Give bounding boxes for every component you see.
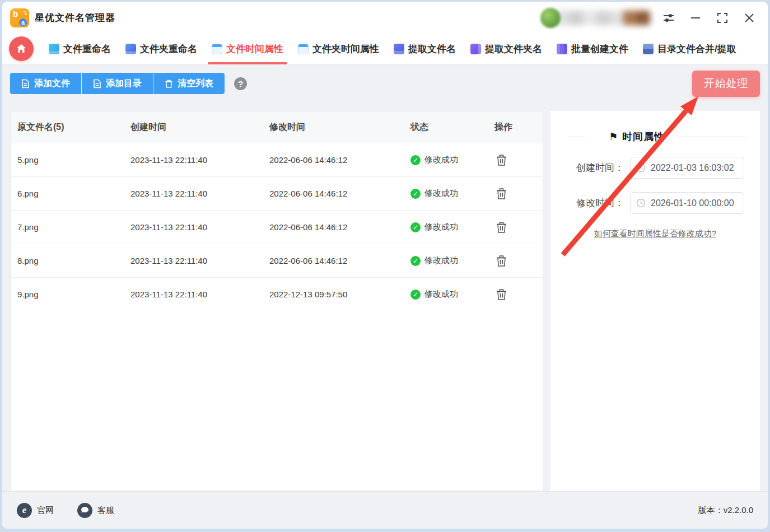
merge-extract-icon <box>643 44 654 54</box>
titlebar: b↷a 星优文件名管理器 <box>2 2 768 34</box>
tab-file-rename[interactable]: 文件重命名 <box>41 34 118 64</box>
success-check-icon <box>410 155 421 165</box>
status-badge: 修改成功 <box>410 222 494 232</box>
app-title: 星优文件名管理器 <box>35 11 115 24</box>
trash-icon <box>165 79 173 88</box>
table-row: 6.png 2023-11-13 22:11:40 2022-06-06 14:… <box>11 176 543 210</box>
col-modified: 修改时间 <box>269 122 410 133</box>
trash-icon <box>496 254 507 267</box>
tab-folder-rename[interactable]: 文件夹重命名 <box>118 34 204 64</box>
panel-title-row: ⚑ 时间属性 <box>562 130 749 143</box>
extract-folder-icon <box>470 44 481 54</box>
how-to-verify-link[interactable]: 如何查看时间属性是否修改成功? <box>562 228 749 239</box>
maximize-button[interactable] <box>714 10 731 26</box>
start-processing-button[interactable]: 开始处理 <box>692 71 760 97</box>
col-original-name: 原文件名(5) <box>17 122 130 133</box>
footer: e 官网 客服 版本：v2.2.0.0 <box>2 491 768 529</box>
status-badge: 修改成功 <box>410 289 494 300</box>
file-icon <box>21 79 30 88</box>
file-icon <box>93 79 101 88</box>
tab-folder-time-attrs[interactable]: 文件夹时间属性 <box>291 34 386 64</box>
tab-extract-filename[interactable]: 提取文件名 <box>386 34 463 64</box>
modified-time-input[interactable]: 2026-01-10 00:00:00 <box>630 192 744 214</box>
customer-service-link[interactable]: 客服 <box>77 503 114 518</box>
trash-icon <box>496 288 507 301</box>
chat-icon <box>77 503 92 518</box>
clear-list-button[interactable]: 清空列表 <box>153 73 225 94</box>
delete-row-button[interactable] <box>494 152 510 167</box>
folder-rename-icon <box>125 44 136 54</box>
minimize-button[interactable] <box>687 10 704 26</box>
created-time-label: 创建时间： <box>576 161 630 174</box>
success-check-icon <box>410 290 421 300</box>
tab-bar: 文件重命名 文件夹重命名 文件时间属性 文件夹时间属性 提取文件名 <box>2 34 768 64</box>
official-site-link[interactable]: e 官网 <box>17 503 54 518</box>
user-name-redacted <box>556 11 650 25</box>
flag-icon: ⚑ <box>609 130 618 143</box>
delete-row-button[interactable] <box>494 287 510 302</box>
tab-list: 文件重命名 文件夹重命名 文件时间属性 文件夹时间属性 提取文件名 <box>41 34 761 64</box>
user-avatar[interactable] <box>540 8 561 28</box>
trash-icon <box>496 221 507 234</box>
panel-title: 时间属性 <box>622 130 665 143</box>
col-created: 创建时间 <box>130 122 269 133</box>
content-area: 添加文件 添加目录 清空列表 ? <box>2 64 768 491</box>
calendar-icon <box>298 44 309 54</box>
browser-icon: e <box>17 503 32 518</box>
delete-row-button[interactable] <box>494 220 510 235</box>
tab-merge-extract[interactable]: 目录文件合并/提取 <box>636 34 744 64</box>
close-button[interactable] <box>741 10 758 26</box>
help-icon[interactable]: ? <box>234 77 247 90</box>
file-table: 原文件名(5) 创建时间 修改时间 状态 操作 5.png 2023-11-13… <box>10 111 543 491</box>
add-file-button[interactable]: 添加文件 <box>10 73 82 94</box>
table-row: 7.png 2023-11-13 22:11:40 2022-06-06 14:… <box>11 210 543 244</box>
desktop-background: b↷a 星优文件名管理器 <box>0 0 770 532</box>
success-check-icon <box>410 256 421 266</box>
col-status: 状态 <box>410 122 494 133</box>
extract-file-icon <box>394 44 404 54</box>
col-action: 操作 <box>494 122 536 133</box>
table-header-row: 原文件名(5) 创建时间 修改时间 状态 操作 <box>11 111 543 143</box>
batch-create-icon <box>557 44 567 54</box>
app-logo-icon: b↷a <box>10 8 29 27</box>
tab-extract-foldername[interactable]: 提取文件夹名 <box>463 34 549 64</box>
status-badge: 修改成功 <box>410 155 494 165</box>
created-time-input[interactable]: 2022-01-03 16:03:02 <box>630 157 744 179</box>
version-label: 版本：v2.2.0.0 <box>698 505 753 516</box>
modified-time-label: 修改时间： <box>576 197 630 209</box>
clock-icon <box>636 198 646 208</box>
trash-icon <box>496 153 507 166</box>
time-attributes-panel: ⚑ 时间属性 创建时间： 2022-01-03 16:03:02 <box>550 111 760 491</box>
status-badge: 修改成功 <box>410 255 494 266</box>
table-row: 9.png 2023-11-13 22:11:40 2022-12-13 09:… <box>11 277 543 311</box>
clock-icon <box>636 163 646 172</box>
calendar-icon <box>212 44 222 54</box>
trash-icon <box>496 187 507 200</box>
delete-row-button[interactable] <box>494 186 510 201</box>
add-directory-button[interactable]: 添加目录 <box>82 73 153 94</box>
delete-row-button[interactable] <box>494 253 510 268</box>
file-rename-icon <box>49 44 59 54</box>
success-check-icon <box>410 222 421 232</box>
success-check-icon <box>410 189 421 199</box>
app-window: b↷a 星优文件名管理器 <box>2 2 768 529</box>
settings-icon[interactable] <box>660 10 677 26</box>
table-row: 5.png 2023-11-13 22:11:40 2022-06-06 14:… <box>11 143 543 176</box>
toolbar: 添加文件 添加目录 清空列表 ? <box>10 71 760 96</box>
tab-file-time-attrs[interactable]: 文件时间属性 <box>204 34 291 64</box>
table-row: 8.png 2023-11-13 22:11:40 2022-06-06 14:… <box>11 244 543 277</box>
status-badge: 修改成功 <box>410 188 494 199</box>
tab-batch-create[interactable]: 批量创建文件 <box>549 34 636 64</box>
home-button[interactable] <box>9 36 34 61</box>
